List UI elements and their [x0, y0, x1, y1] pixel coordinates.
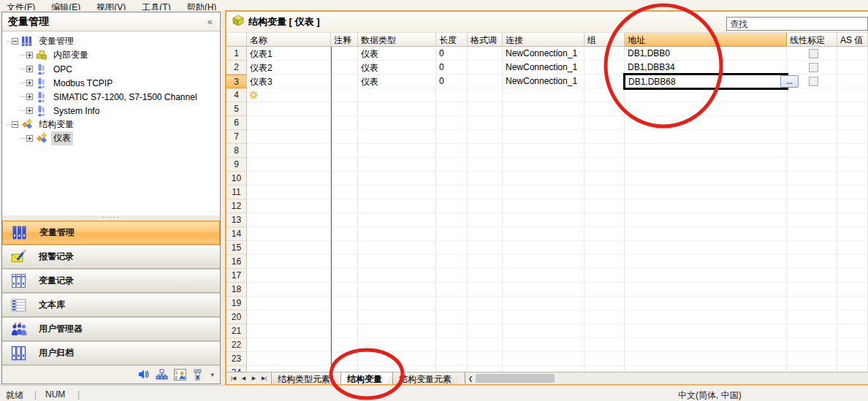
cell-linear-row-17[interactable]: [787, 269, 837, 283]
cell-linear-row-5[interactable]: [787, 102, 837, 116]
cell-address-row-9[interactable]: [625, 158, 787, 172]
cell-asvalue-row-19[interactable]: [837, 297, 868, 310]
cell-address-row-2[interactable]: DB1,DBB34: [625, 61, 787, 75]
cell-connection-row-11[interactable]: [503, 186, 585, 199]
cell-datatype-row-5[interactable]: [358, 102, 436, 116]
cell-asvalue-row-1[interactable]: [837, 47, 868, 61]
cell-group-row-21[interactable]: [585, 324, 625, 338]
cell-address-row-12[interactable]: [625, 199, 787, 213]
cell-datatype-row-11[interactable]: [358, 186, 436, 199]
cell-datatype-row-6[interactable]: [358, 116, 436, 130]
cell-name-row-5[interactable]: [247, 102, 331, 116]
cell-name-row-14[interactable]: [247, 227, 331, 241]
cell-connection-row-2[interactable]: NewConnection_1: [503, 61, 585, 75]
cell-asvalue-row-23[interactable]: [837, 352, 868, 366]
cell-asvalue-row-8[interactable]: [837, 144, 868, 158]
cell-datatype-row-3[interactable]: 仪表: [358, 75, 436, 88]
nav-button-变量管理[interactable]: 变量管理: [2, 221, 220, 245]
cell-asvalue-row-6[interactable]: [837, 116, 868, 130]
cell-linear-row-23[interactable]: [787, 352, 837, 366]
tree-item-OPC[interactable]: OPC: [2, 62, 220, 76]
column-header-地址[interactable]: 地址: [625, 32, 787, 47]
cell-asvalue-row-3[interactable]: [837, 75, 868, 88]
cell-group-row-11[interactable]: [585, 186, 625, 199]
cell-asvalue-row-13[interactable]: [837, 213, 868, 227]
cell-name-row-20[interactable]: [247, 310, 331, 324]
cell-format-row-15[interactable]: [468, 241, 503, 255]
row-number[interactable]: 16: [226, 255, 247, 269]
column-header-连接[interactable]: 连接: [503, 32, 585, 47]
cell-length-row-21[interactable]: [436, 324, 468, 338]
cell-comment-row-11[interactable]: [331, 186, 358, 199]
collapse-icon[interactable]: [12, 121, 18, 128]
row-number[interactable]: 8: [226, 144, 247, 158]
cell-asvalue-row-16[interactable]: [837, 255, 868, 269]
cell-length-row-2[interactable]: 0: [436, 61, 468, 75]
expand-icon[interactable]: [26, 93, 33, 100]
report-icon[interactable]: [192, 368, 205, 381]
cell-connection-row-17[interactable]: [503, 269, 585, 283]
cell-group-row-22[interactable]: [585, 338, 625, 352]
row-number[interactable]: 19: [226, 297, 247, 310]
collapse-sidebar-button[interactable]: «: [206, 16, 214, 27]
cell-asvalue-row-14[interactable]: [837, 227, 868, 241]
column-header-AS 值[interactable]: AS 值: [837, 32, 868, 47]
cell-asvalue-row-12[interactable]: [837, 199, 868, 213]
cell-address-row-16[interactable]: [625, 255, 787, 269]
cell-comment-row-4[interactable]: [331, 88, 358, 102]
cell-connection-row-15[interactable]: [503, 241, 585, 255]
cell-name-row-23[interactable]: [247, 352, 331, 366]
cell-name-row-4[interactable]: [247, 88, 331, 102]
cell-connection-row-21[interactable]: [503, 324, 585, 338]
cell-linear-row-20[interactable]: [787, 310, 837, 324]
cell-connection-row-10[interactable]: [503, 172, 585, 186]
cell-linear-row-2[interactable]: [787, 61, 837, 75]
cell-comment-row-2[interactable]: [331, 61, 358, 75]
nav-button-用户归档[interactable]: 用户归档: [2, 341, 220, 365]
cell-format-row-6[interactable]: [468, 116, 503, 130]
tree-item-SIMATIC S7-1200, S7-1500 Channel[interactable]: SIMATIC S7-1200, S7-1500 Channel: [2, 90, 220, 104]
nav-button-变量记录[interactable]: 变量记录: [2, 269, 220, 293]
cell-name-row-13[interactable]: [247, 213, 331, 227]
cell-datatype-row-20[interactable]: [358, 310, 436, 324]
cell-group-row-8[interactable]: [585, 144, 625, 158]
cell-comment-row-20[interactable]: [331, 310, 358, 324]
cell-group-row-12[interactable]: [585, 199, 625, 213]
cell-format-row-8[interactable]: [468, 144, 503, 158]
cell-comment-row-18[interactable]: [331, 283, 358, 297]
sheet-tab-结构变量元素[interactable]: 结构变量元素: [392, 373, 462, 384]
cell-format-row-16[interactable]: [468, 255, 503, 269]
dropdown-arrow-icon[interactable]: ▾: [210, 371, 214, 378]
cell-comment-row-14[interactable]: [331, 227, 358, 241]
cell-address-row-19[interactable]: [625, 297, 787, 310]
tree-item-仪表[interactable]: 仪表: [2, 131, 220, 145]
cell-name-row-9[interactable]: [247, 158, 331, 172]
cell-group-row-15[interactable]: [585, 241, 625, 255]
cell-datatype-row-13[interactable]: [358, 213, 436, 227]
cell-address-row-14[interactable]: [625, 227, 787, 241]
cell-name-row-8[interactable]: [247, 144, 331, 158]
cell-length-row-9[interactable]: [436, 158, 468, 172]
cell-datatype-row-16[interactable]: [358, 255, 436, 269]
cell-name-row-12[interactable]: [247, 199, 331, 213]
row-number[interactable]: 20: [226, 310, 247, 324]
cell-linear-row-10[interactable]: [787, 172, 837, 186]
cell-datatype-row-8[interactable]: [358, 144, 436, 158]
cell-name-row-1[interactable]: 仪表1: [247, 47, 331, 61]
cell-asvalue-row-20[interactable]: [837, 310, 868, 324]
cell-length-row-14[interactable]: [436, 227, 468, 241]
row-number[interactable]: 2: [226, 61, 247, 75]
cell-comment-row-1[interactable]: [331, 47, 358, 61]
cell-length-row-22[interactable]: [436, 338, 468, 352]
tree-item-变量管理[interactable]: 变量管理: [2, 34, 220, 48]
expand-icon[interactable]: [26, 135, 33, 142]
cell-format-row-19[interactable]: [468, 297, 503, 310]
cell-length-row-20[interactable]: [436, 310, 468, 324]
cell-connection-row-22[interactable]: [503, 338, 585, 352]
cell-format-row-11[interactable]: [468, 186, 503, 199]
column-header-长度[interactable]: 长度: [436, 32, 468, 47]
row-number[interactable]: 21: [226, 324, 247, 338]
cell-comment-row-13[interactable]: [331, 213, 358, 227]
cell-comment-row-6[interactable]: [331, 116, 358, 130]
cell-datatype-row-12[interactable]: [358, 199, 436, 213]
